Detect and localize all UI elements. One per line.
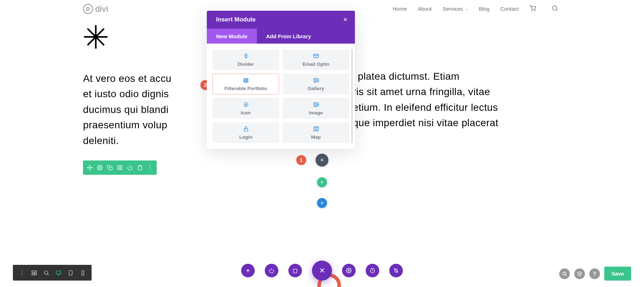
primary-nav: Home About Services⌄ Blog Contact [393,5,558,13]
nav-services[interactable]: Services⌄ [443,6,468,12]
mail-icon [313,53,319,60]
layers-icon[interactable] [574,268,585,279]
svg-rect-7 [109,167,112,170]
lock-open-icon [243,126,249,133]
tablet-icon[interactable] [64,265,77,281]
svg-point-1 [535,10,535,11]
builder-sort-button[interactable] [389,264,403,277]
svg-rect-54 [56,271,61,274]
svg-point-48 [21,274,22,275]
more-icon[interactable] [145,163,155,172]
search-icon[interactable] [552,5,558,13]
svg-point-31 [314,104,315,104]
builder-actions: ✕ [241,261,403,281]
power-icon[interactable] [125,163,135,172]
tab-new-module[interactable]: New Module [207,29,257,44]
svg-rect-8 [118,166,122,170]
svg-marker-33 [314,127,318,131]
svg-point-61 [563,272,566,275]
svg-marker-63 [577,272,582,274]
search-help-icon[interactable] [559,268,570,279]
module-image[interactable]: Image [283,98,349,119]
chevron-down-icon: ⌄ [465,7,468,11]
site-logo[interactable]: D divi [83,4,108,14]
grid-icon [243,77,249,85]
row-toolbar [83,160,157,175]
modal-title: Insert Module [216,16,256,23]
svg-point-6 [99,167,101,168]
svg-line-53 [47,274,49,275]
divider-icon [243,53,249,60]
svg-point-14 [150,169,150,170]
nav-blog[interactable]: Blog [479,6,489,12]
nav-home[interactable]: Home [393,6,407,12]
add-buttons: + + + [316,154,328,208]
callout-1: 1 [296,155,306,165]
module-login[interactable]: Login [213,122,279,143]
module-email-optin[interactable]: Email Optin [283,49,349,70]
image-icon [313,102,319,109]
zoom-icon[interactable] [40,265,52,281]
svg-line-62 [565,274,566,276]
module-map[interactable]: Map [283,122,349,143]
svg-rect-19 [244,79,248,82]
svg-point-47 [21,272,22,273]
gallery-icon [313,77,319,85]
builder-close-button[interactable]: ✕ [312,261,332,281]
svg-point-12 [150,165,150,166]
module-icon[interactable]: Icon [213,98,279,119]
menu-icon[interactable] [16,265,28,281]
svg-point-29 [245,104,247,105]
module-gallery[interactable]: Gallery [283,74,349,94]
trash-icon[interactable] [135,163,145,172]
svg-point-46 [21,271,22,271]
module-filterable-portfolio[interactable]: Filterable Portfolio [213,74,279,94]
cart-icon[interactable] [530,5,536,13]
save-button[interactable]: Save [604,267,631,281]
nav-about[interactable]: About [418,6,432,12]
svg-rect-51 [34,273,36,274]
gear-icon[interactable] [95,163,104,172]
svg-point-27 [314,79,315,80]
duplicate-icon[interactable] [105,163,114,172]
builder-power-button[interactable] [265,264,278,277]
column2-text: platea dictumst. Etiam ris sit amet urna… [358,69,544,131]
builder-add-button[interactable] [241,264,255,277]
desktop-icon[interactable] [52,265,64,281]
svg-point-13 [150,167,150,168]
add-module-button[interactable]: + [316,154,328,167]
svg-rect-32 [244,128,248,131]
logo-mark-icon: D [83,4,93,14]
svg-rect-49 [32,271,36,272]
svg-point-42 [348,270,350,271]
wireframe-icon[interactable] [28,265,40,281]
tab-add-from-library[interactable]: Add From Library [257,29,321,44]
svg-rect-50 [32,273,34,274]
phone-icon[interactable] [77,265,89,281]
close-icon[interactable]: ✕ [343,16,348,23]
add-section-button[interactable]: + [317,198,327,208]
svg-point-2 [552,6,557,10]
svg-line-3 [556,9,557,10]
add-row-button[interactable]: + [317,177,327,187]
logo-text: divi [95,4,108,14]
builder-settings-button[interactable] [342,264,356,277]
svg-point-0 [532,10,532,11]
module-divider[interactable]: Divider [213,49,279,70]
bottom-right-controls: ? Save [559,267,631,281]
builder-trash-button[interactable] [288,264,302,277]
target-icon [243,102,249,109]
insert-module-modal: Insert Module ✕ New Module Add From Libr… [207,11,355,149]
help-icon[interactable]: ? [589,268,600,279]
move-icon[interactable] [85,163,94,172]
svg-point-52 [44,271,48,274]
view-toolbar [13,265,92,281]
nav-contact[interactable]: Contact [500,6,519,12]
columns-icon[interactable] [115,163,125,172]
map-icon [313,126,319,133]
builder-history-button[interactable] [366,264,379,277]
